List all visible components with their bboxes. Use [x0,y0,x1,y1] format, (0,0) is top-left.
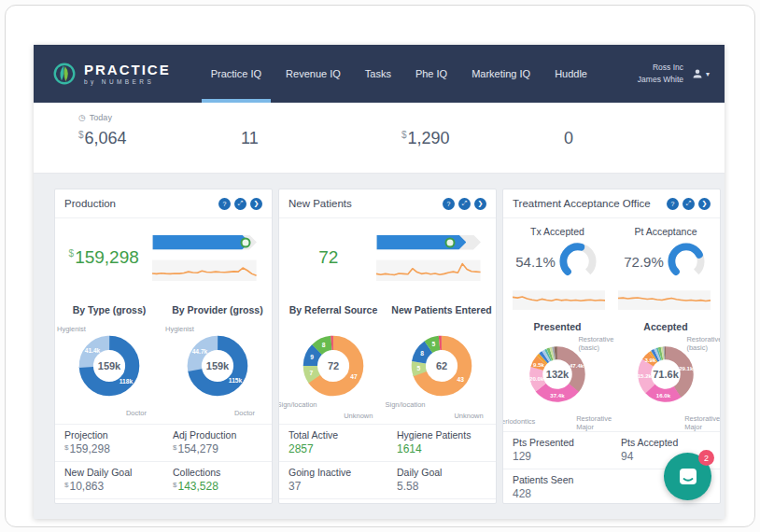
today-production-value: $6,064 [78,129,240,148]
tx-accepted-sparkline [513,287,605,310]
next-icon[interactable]: ❯ [698,198,711,210]
person-icon [692,68,703,79]
svg-text:115k: 115k [229,377,243,384]
svg-text:5: 5 [432,341,436,347]
collections-stat: Collections $143,528 [163,462,272,498]
projection-stat: Projection $159,298 [55,425,163,461]
info-icon[interactable]: ? [218,198,231,210]
svg-text:8: 8 [322,342,326,348]
period-selector[interactable]: ◷ Today [78,113,725,122]
pt-acceptance-gauge-block: Pt Acceptance 72.9% [612,222,720,286]
next-icon[interactable]: ❯ [250,198,262,210]
today-stats-bar: ◷ Today $6,064 11 $1,290 0 [34,103,725,174]
active-tab-underline [202,99,271,103]
tab-huddle[interactable]: Huddle [542,45,599,103]
today-patients-value: 11 [240,129,401,148]
user-name: James White [638,74,683,86]
referral-source-title: By Referral Source [279,304,387,315]
production-card: Production ? ⤢ ❯ $159,298 By Type (gross… [54,189,273,504]
new-patients-sparkline [376,257,481,281]
tab-revenue-iq[interactable]: Revenue IQ [274,45,353,103]
pt-acceptance-sparkline [618,287,711,310]
daily-goal-stat: Daily Goal 5.58 [387,462,496,498]
today-fourth-value: 0 [563,129,725,148]
production-sparkline [152,257,257,281]
svg-text:47: 47 [350,373,358,380]
svg-text:20.0k: 20.0k [529,375,544,382]
svg-text:9.5k: 9.5k [533,361,544,368]
patients-entered-donut-chart: 4358562Sign/locationUnknown [389,317,494,422]
expand-icon[interactable]: ⤢ [458,198,471,210]
adj-production-stat: Adj Production $154,279 [163,425,272,461]
presented-donut-chart: 47.4k37.4k20.0k9.5k132kRestorative (basi… [505,332,610,431]
svg-text:3.9k: 3.9k [644,357,655,363]
svg-text:5: 5 [417,365,421,371]
expand-icon[interactable]: ⤢ [683,198,695,210]
tab-practice-iq-label: Practice IQ [211,68,261,79]
svg-text:37.4k: 37.4k [550,392,565,399]
chat-unread-badge: 2 [698,450,714,466]
chat-widget-button[interactable]: 2 [664,453,711,500]
new-patients-card: New Patients ? ⤢ ❯ 72 By Referral Source… [278,189,497,504]
clock-icon: ◷ [78,113,86,122]
leaf-logo-icon [52,62,77,86]
expand-icon[interactable]: ⤢ [234,198,246,210]
treatment-card-title: Treatment Acceptance Office [513,198,651,209]
pt-acceptance-gauge-chart [665,240,708,283]
going-inactive-stat: Going Inactive 37 [279,462,387,498]
svg-text:44.7k: 44.7k [192,348,208,355]
user-menu[interactable]: Ross Inc James White ▾ [638,62,725,86]
today-collections-value: $1,290 [401,129,563,148]
hygiene-patients-stat: Hygiene Patients 1614 [387,425,496,461]
tab-practice-iq[interactable]: Practice IQ [199,45,274,103]
patients-entered-title: New Patients Entered [387,304,496,315]
chat-bubble-icon [676,465,700,489]
new-daily-goal-stat: New Daily Goal $10,863 [55,462,163,498]
accepted-donut-chart: 29.1k16.0k15.2k3.9k71.6kRestorative (bas… [613,332,718,431]
pt-acceptance-value: 72.9% [624,254,664,270]
user-org: Ross Inc [638,62,683,74]
brand-name: PRACTICE [84,63,171,78]
tab-tasks[interactable]: Tasks [353,45,403,103]
new-patients-card-title: New Patients [289,198,352,209]
new-patients-kpi: 72 [279,247,376,268]
tx-accepted-gauge-block: Tx Accepted 54.1% [503,222,612,286]
nav-tabs: Practice IQ Revenue IQ Tasks Phe IQ Mark… [199,45,599,103]
by-type-donut-chart: 118k41.4k159kHygienistDoctor [57,317,162,422]
svg-text:43: 43 [457,376,465,383]
info-icon[interactable]: ? [667,198,679,210]
chevron-down-icon: ▾ [706,70,710,78]
top-navbar: PRACTICE by NUMBERS Practice IQ Revenue … [34,45,725,103]
production-card-title: Production [64,198,116,209]
cards-row: Production ? ⤢ ❯ $159,298 By Type (gross… [34,174,725,504]
goal-marker [444,237,455,247]
svg-text:47.4k: 47.4k [570,362,584,369]
pts-presented-stat: Pts Presented 129 [503,432,612,469]
presented-title: Presented [503,321,612,332]
svg-text:9: 9 [310,354,314,360]
patients-seen-stat: Patients Seen 428 [503,469,612,504]
svg-text:29.1k: 29.1k [679,365,694,371]
tx-accepted-gauge-chart [556,240,599,283]
svg-text:7: 7 [310,370,314,376]
by-type-title: By Type (gross) [55,304,163,315]
svg-text:41.4k: 41.4k [85,347,101,354]
period-label: Today [90,113,112,122]
info-icon[interactable]: ? [443,198,455,210]
tab-phe-iq[interactable]: Phe IQ [403,45,459,103]
new-patients-progress-bar [376,235,481,250]
tab-marketing-iq[interactable]: Marketing IQ [459,45,542,103]
brand-logo[interactable]: PRACTICE by NUMBERS [34,62,171,86]
svg-text:118k: 118k [120,378,134,385]
brand-subtitle: by NUMBERS [84,78,171,85]
goal-marker [240,237,250,247]
by-provider-donut-chart: 115k44.7k159kHygienistDoctor [165,317,270,422]
svg-text:8: 8 [420,350,424,357]
dashboard: PRACTICE by NUMBERS Practice IQ Revenue … [34,45,725,519]
by-provider-title: By Provider (gross) [163,304,272,315]
total-active-stat: Total Active 2857 [279,425,387,461]
next-icon[interactable]: ❯ [474,198,486,210]
svg-text:15.2k: 15.2k [638,372,653,379]
accepted-title: Accepted [612,321,720,332]
tx-accepted-value: 54.1% [515,254,556,270]
